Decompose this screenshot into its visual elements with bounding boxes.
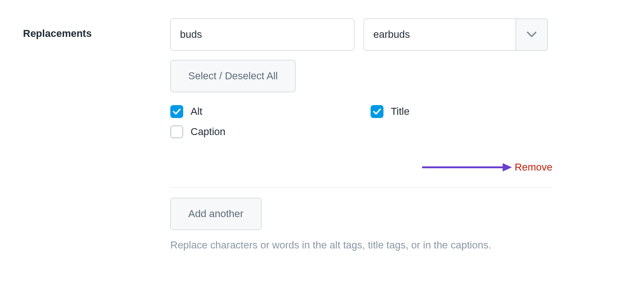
- select-deselect-all-button[interactable]: Select / Deselect All: [170, 60, 296, 92]
- divider: [170, 187, 552, 188]
- chevron-down-icon: [527, 31, 537, 38]
- checkbox-item-title[interactable]: Title: [371, 105, 552, 118]
- checkbox-label-caption: Caption: [191, 126, 226, 138]
- add-another-button[interactable]: Add another: [170, 198, 261, 230]
- checkbox-item-caption[interactable]: Caption: [170, 125, 352, 138]
- replace-to-dropdown[interactable]: [364, 18, 548, 51]
- svg-marker-1: [503, 163, 512, 171]
- arrow-right-icon: [422, 162, 512, 173]
- checkmark-icon: [373, 108, 381, 115]
- checkbox-label-alt: Alt: [191, 106, 203, 118]
- checkbox-alt[interactable]: [170, 105, 183, 118]
- checkbox-item-alt[interactable]: Alt: [170, 105, 352, 118]
- remove-link[interactable]: Remove: [515, 161, 552, 173]
- checkmark-icon: [173, 108, 181, 115]
- replace-from-input[interactable]: [170, 18, 354, 51]
- checkbox-caption[interactable]: [170, 125, 183, 138]
- section-label: Replacements: [23, 28, 152, 40]
- replace-to-input[interactable]: [364, 18, 516, 51]
- help-text: Replace characters or words in the alt t…: [170, 237, 506, 253]
- checkbox-title[interactable]: [371, 105, 383, 118]
- arrow-annotation: [422, 162, 512, 173]
- dropdown-toggle-button[interactable]: [516, 18, 548, 51]
- checkbox-label-title: Title: [391, 106, 410, 118]
